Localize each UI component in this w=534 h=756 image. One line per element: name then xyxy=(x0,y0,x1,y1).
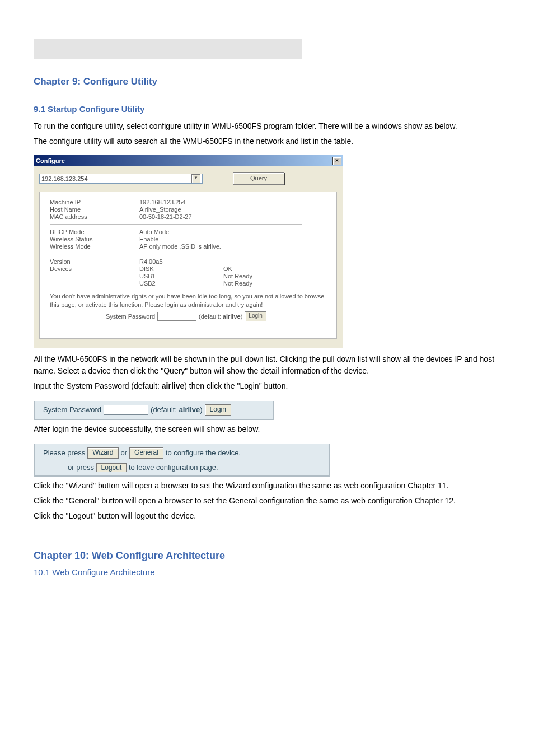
label-system-password: System Password xyxy=(106,313,155,320)
label-mac: MAC address xyxy=(50,213,139,220)
bottom-p3: Click the "Logout" button will logout th… xyxy=(34,510,500,522)
label-dhcp: DHCP Mode xyxy=(50,228,139,235)
label-system-password: System Password xyxy=(43,405,101,414)
window-titlebar: Configure × xyxy=(34,155,343,166)
label-machine-ip: Machine IP xyxy=(50,199,139,206)
close-icon[interactable]: × xyxy=(332,157,341,165)
bottom-p2: Click the "General" button will open a b… xyxy=(34,495,500,507)
bottom-p1: Click the "Wizard" button will open a br… xyxy=(34,480,500,492)
window-title: Configure xyxy=(36,157,65,164)
auth-warning: You don't have administrative rights or … xyxy=(50,292,326,309)
login-button[interactable]: Login xyxy=(245,311,266,321)
ip-dropdown[interactable]: 192.168.123.254 ▼ xyxy=(39,174,203,184)
value-dhcp: Auto Mode xyxy=(139,228,223,235)
intro-1: To run the configure utility, select con… xyxy=(34,120,500,132)
label-wireless-mode: Wireless Mode xyxy=(50,243,139,250)
device-usb1: USB1 xyxy=(139,273,223,279)
section-title: 9.1 Startup Configure Utility xyxy=(34,104,500,114)
value-version: R4.00a5 xyxy=(139,258,223,265)
value-wireless-mode: AP only mode ,SSID is airlive. xyxy=(139,243,302,250)
label-version: Version xyxy=(50,258,139,265)
info-panel: Machine IP 192.168.123.254 Host Name Air… xyxy=(39,192,337,339)
general-button[interactable]: General xyxy=(129,447,163,459)
login-button[interactable]: Login xyxy=(205,404,231,416)
after-login-text: After login the device successfully, the… xyxy=(34,423,500,435)
logout-button[interactable]: Logout xyxy=(96,463,127,472)
query-button[interactable]: Query xyxy=(233,172,284,185)
device-usb2: USB2 xyxy=(139,280,223,287)
divider xyxy=(50,254,302,254)
default-hint: (default: airlive) xyxy=(151,405,203,414)
value-machine-ip: 192.168.123.254 xyxy=(139,199,223,206)
nav-text: or xyxy=(121,449,128,457)
default-hint: (default: airlive) xyxy=(199,313,242,320)
label-devices: Devices xyxy=(50,265,139,272)
nav-text: to leave configuration page. xyxy=(129,463,218,472)
device-disk: DISK xyxy=(139,265,223,272)
value-wireless-status: Enable xyxy=(139,236,223,242)
value-host-name: Airlive_Storage xyxy=(139,206,223,213)
nav-text: or press xyxy=(68,463,96,472)
mid-para-1: All the WMU-6500FS in the network will b… xyxy=(34,353,500,377)
ip-value: 192.168.123.254 xyxy=(41,175,88,182)
configure-window: Configure × 192.168.123.254 ▼ Query Mach… xyxy=(34,155,343,348)
nav-crop-panel: Please press Wizard or General to config… xyxy=(34,444,330,477)
device-disk-status: OK xyxy=(223,265,302,272)
toc-link-10-1[interactable]: 10.1 Web Configure Architecture xyxy=(34,567,155,578)
chapter-title: Chapter 9: Configure Utility xyxy=(34,76,500,87)
label-wireless-status: Wireless Status xyxy=(50,236,139,242)
nav-text: to configure the device, xyxy=(166,449,241,457)
system-password-input[interactable] xyxy=(104,405,148,415)
divider xyxy=(50,224,302,225)
chapter-10-title: Chapter 10: Web Configure Architecture xyxy=(34,550,500,562)
nav-text: Please press xyxy=(43,449,85,457)
chevron-down-icon[interactable]: ▼ xyxy=(191,174,200,183)
mid-para-2: Input the System Password (default: airl… xyxy=(34,380,500,392)
label-host-name: Host Name xyxy=(50,206,139,213)
device-usb1-status: Not Ready xyxy=(223,273,302,279)
wizard-button[interactable]: Wizard xyxy=(87,447,118,459)
intro-2: The configure utility will auto search a… xyxy=(34,136,500,147)
login-crop-panel: System Password (default: airlive) Login xyxy=(34,401,274,420)
device-usb2-status: Not Ready xyxy=(223,280,302,287)
value-mac: 00-50-18-21-D2-27 xyxy=(139,213,223,220)
header-strip xyxy=(34,39,302,59)
system-password-input[interactable] xyxy=(157,312,196,321)
